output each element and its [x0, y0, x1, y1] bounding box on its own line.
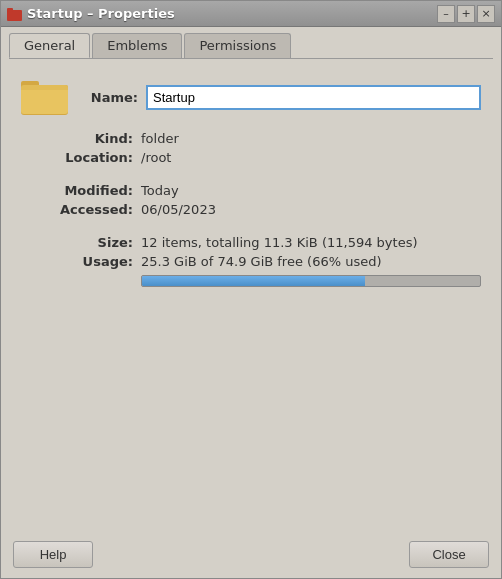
help-button[interactable]: Help	[13, 541, 93, 568]
modified-value: Today	[141, 183, 481, 198]
minimize-button[interactable]: –	[437, 5, 455, 23]
maximize-button[interactable]: +	[457, 5, 475, 23]
title-bar: Startup – Properties – + ×	[1, 1, 501, 27]
title-bar-title: Startup – Properties	[27, 6, 175, 21]
usage-bar-fill	[142, 276, 365, 286]
location-label: Location:	[31, 150, 141, 165]
folder-header: Name:	[21, 77, 481, 117]
name-input[interactable]	[146, 85, 481, 110]
accessed-label: Accessed:	[31, 202, 141, 217]
location-value: /root	[141, 150, 481, 165]
usage-value: 25.3 GiB of 74.9 GiB free (66% used)	[141, 254, 481, 269]
size-label: Size:	[31, 235, 141, 250]
tab-bar: General Emblems Permissions	[1, 27, 501, 58]
folder-icon	[21, 77, 69, 117]
button-row: Help Close	[1, 531, 501, 578]
title-bar-controls: – + ×	[437, 5, 495, 23]
name-label: Name:	[83, 90, 138, 105]
title-bar-left: Startup – Properties	[7, 6, 175, 22]
kind-label: Kind:	[31, 131, 141, 146]
svg-rect-1	[7, 8, 13, 12]
tab-emblems[interactable]: Emblems	[92, 33, 182, 58]
tab-permissions[interactable]: Permissions	[184, 33, 291, 58]
titlebar-folder-icon	[7, 6, 23, 22]
usage-bar-placeholder	[31, 273, 141, 287]
kind-value: folder	[141, 131, 481, 146]
spacer-2	[31, 221, 481, 231]
tab-general[interactable]: General	[9, 33, 90, 58]
name-row: Name:	[83, 85, 481, 110]
spacer-1	[31, 169, 481, 179]
accessed-value: 06/05/2023	[141, 202, 481, 217]
modified-label: Modified:	[31, 183, 141, 198]
size-value: 12 items, totalling 11.3 KiB (11,594 byt…	[141, 235, 481, 250]
info-grid: Kind: folder Location: /root Modified: T…	[31, 131, 481, 287]
window-close-button[interactable]: ×	[477, 5, 495, 23]
usage-label: Usage:	[31, 254, 141, 269]
content-area: Name: Kind: folder Location: /root Modif…	[1, 59, 501, 531]
properties-window: Startup – Properties – + × General Emble…	[0, 0, 502, 579]
svg-rect-5	[21, 85, 68, 90]
usage-bar-container	[141, 275, 481, 287]
close-button[interactable]: Close	[409, 541, 489, 568]
